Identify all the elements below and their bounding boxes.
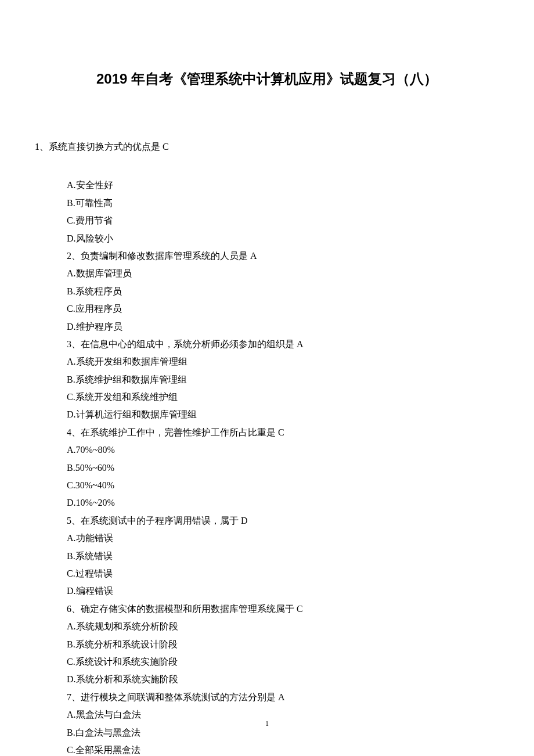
text-line: B.系统错误 [67, 548, 499, 565]
text-line: C.系统设计和系统实施阶段 [67, 653, 499, 671]
text-line: D.计算机运行组和数据库管理组 [67, 406, 499, 423]
text-line: C.过程错误 [67, 565, 499, 582]
page-number: 1 [0, 719, 534, 728]
text-line: A.功能错误 [67, 530, 499, 547]
text-line: A.70%~80% [67, 441, 499, 459]
text-line: B.系统维护组和数据库管理组 [67, 371, 499, 388]
text-line: D.10%~20% [67, 494, 499, 512]
text-line: 6、确定存储实体的数据模型和所用数据库管理系统属于 C [67, 600, 499, 618]
text-line: A.系统开发组和数据库管理组 [67, 353, 499, 370]
text-line: B.50%~60% [67, 459, 499, 477]
text-line: C.系统开发组和系统维护组 [67, 388, 499, 406]
text-line: C.30%~40% [67, 477, 499, 494]
text-line: A.数据库管理员 [67, 265, 499, 282]
text-line: 3、在信息中心的组成中，系统分析师必须参加的组织是 A [67, 336, 499, 353]
text-line: A.安全性好 [67, 177, 499, 194]
text-line: C.费用节省 [67, 212, 499, 229]
text-line: 4、在系统维护工作中，完善性维护工作所占比重是 C [67, 424, 499, 441]
text-line: 5、在系统测试中的子程序调用错误，属于 D [67, 512, 499, 530]
text-line: 2、负责编制和修改数据库管理系统的人员是 A [67, 247, 499, 265]
text-line: D.系统分析和系统实施阶段 [67, 671, 499, 688]
text-line: C.应用程序员 [67, 300, 499, 318]
text-line: B.系统程序员 [67, 283, 499, 300]
text-line: C.全部采用黑盒法 [67, 741, 499, 756]
text-line: B.系统分析和系统设计阶段 [67, 636, 499, 653]
text-line: A.系统规划和系统分析阶段 [67, 618, 499, 635]
question-1-stem: 1、系统直接切换方式的优点是 C [35, 141, 499, 153]
text-line: B.可靠性高 [67, 195, 499, 212]
text-line: D.风险较小 [67, 230, 499, 247]
text-line: D.编程错误 [67, 582, 499, 600]
page-title: 2019 年自考《管理系统中计算机应用》试题复习（八） [35, 70, 499, 88]
text-line: D.维护程序员 [67, 318, 499, 336]
text-line: 7、进行模块之间联调和整体系统测试的方法分别是 A [67, 689, 499, 706]
content-block: A.安全性好 B.可靠性高 C.费用节省 D.风险较小 2、负责编制和修改数据库… [67, 177, 499, 756]
